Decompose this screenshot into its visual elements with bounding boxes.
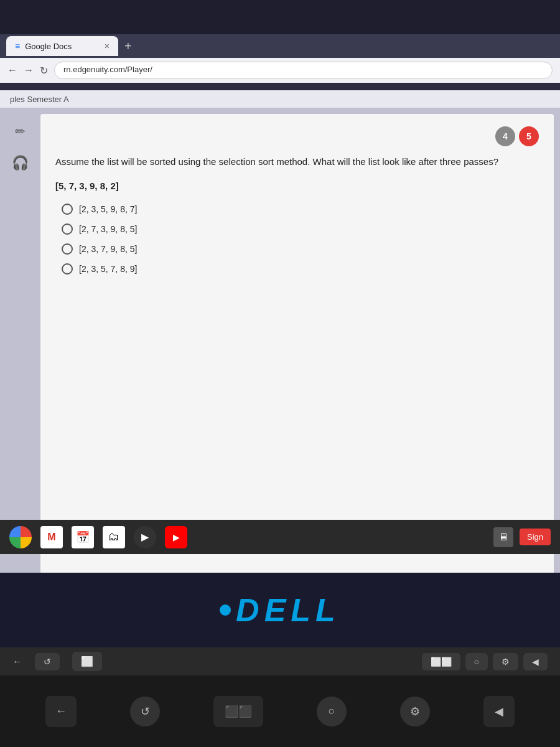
address-input[interactable]: rn.edgenuity.com/Player/: [54, 62, 553, 79]
dell-logo: DELL: [236, 591, 340, 629]
kb-circle-btn[interactable]: ○: [465, 653, 488, 670]
youtube-icon[interactable]: ▶: [165, 526, 187, 548]
tab-close-button[interactable]: ×: [105, 41, 110, 51]
question-text: Assume the list will be sorted using the…: [55, 155, 539, 169]
radio-2[interactable]: [62, 223, 73, 235]
option-3-text: [2, 3, 7, 9, 8, 5]: [79, 244, 137, 254]
kb-refresh-btn[interactable]: ↺: [35, 653, 60, 670]
option-3[interactable]: [2, 3, 7, 9, 8, 5]: [62, 243, 539, 255]
option-4[interactable]: [2, 3, 5, 7, 8, 9]: [62, 263, 539, 275]
address-bar-row: ← → ↻ rn.edgenuity.com/Player/: [0, 58, 560, 83]
top-bar: [0, 0, 560, 34]
screen-icon[interactable]: 🖥: [493, 527, 513, 547]
browser-chrome: ≡ Google Docs × + ← → ↻ rn.edgenuity.com…: [0, 34, 560, 90]
radio-3[interactable]: [62, 243, 73, 255]
breadcrumb: ples Semester A: [0, 90, 560, 108]
keyboard-top-bar: ← ↺ ⬜ ⬜⬜ ○ ⚙ ◀: [0, 647, 560, 675]
dell-circle: [220, 604, 231, 616]
breadcrumb-text: ples Semester A: [10, 95, 69, 104]
keyboard-bottom: ← ↺ ⬛⬛ ○ ⚙ ◀: [0, 675, 560, 747]
add-tab-button[interactable]: +: [124, 39, 132, 54]
kb-left-arrow[interactable]: ←: [12, 656, 22, 667]
radio-4[interactable]: [62, 263, 73, 275]
hw-back-btn[interactable]: ←: [45, 696, 77, 727]
hw-settings-btn2[interactable]: ⚙: [400, 697, 430, 726]
step-5-button[interactable]: 5: [519, 126, 539, 146]
back-button[interactable]: ←: [7, 65, 17, 76]
option-1-text: [2, 3, 5, 9, 8, 7]: [79, 204, 137, 214]
option-4-text: [2, 3, 5, 7, 8, 9]: [79, 264, 137, 274]
radio-1[interactable]: [62, 204, 73, 215]
chrome-icon[interactable]: [9, 526, 32, 548]
option-2[interactable]: [2, 7, 3, 9, 8, 5]: [62, 223, 539, 235]
list-display: [5, 7, 3, 9, 8, 2]: [55, 181, 539, 191]
keyboard-area: ← ↺ ⬜ ⬜⬜ ○ ⚙ ◀ ← ↺ ⬛⬛ ○ ⚙ ◀: [0, 647, 560, 747]
kb-settings-btn[interactable]: ⚙: [493, 653, 518, 670]
drive-icon[interactable]: 🗂: [103, 526, 125, 548]
refresh-button[interactable]: ↻: [40, 65, 48, 77]
taskbar: M 📅 🗂 ▶ ▶ 🖥 Sign: [0, 520, 560, 554]
tab-title: Google Docs: [25, 42, 72, 51]
taskbar-right: 🖥 Sign: [493, 527, 551, 547]
hw-home-btn[interactable]: ⬛⬛: [213, 696, 263, 727]
step-indicators-wrapper: 4 5: [55, 126, 539, 146]
gmail-icon[interactable]: M: [40, 526, 63, 548]
kb-multi-window-btn[interactable]: ⬜⬜: [422, 653, 460, 670]
browser-tab[interactable]: ≡ Google Docs ×: [6, 36, 118, 56]
answer-options: [2, 3, 5, 9, 8, 7] [2, 7, 3, 9, 8, 5] [2…: [62, 204, 539, 275]
tab-doc-icon: ≡: [15, 41, 20, 51]
sign-button[interactable]: Sign: [520, 529, 551, 545]
play-icon[interactable]: ▶: [134, 526, 156, 548]
dell-area: DELL: [0, 573, 560, 647]
forward-button[interactable]: →: [24, 65, 34, 76]
option-2-text: [2, 7, 3, 9, 8, 5]: [79, 224, 137, 234]
hw-refresh-btn[interactable]: ↺: [130, 697, 160, 726]
tab-bar: ≡ Google Docs × +: [0, 34, 560, 58]
step-4-button[interactable]: 4: [495, 126, 515, 146]
kb-window-btn[interactable]: ⬜: [72, 652, 102, 671]
option-1[interactable]: [2, 3, 5, 9, 8, 7]: [62, 204, 539, 215]
pencil-icon[interactable]: ✏: [9, 120, 32, 143]
headphone-icon[interactable]: 🎧: [9, 152, 32, 174]
hw-circle-btn[interactable]: ○: [317, 697, 347, 726]
calendar-icon[interactable]: 📅: [72, 526, 94, 548]
hw-volume-btn[interactable]: ◀: [483, 696, 515, 727]
kb-volume-btn[interactable]: ◀: [523, 653, 548, 670]
